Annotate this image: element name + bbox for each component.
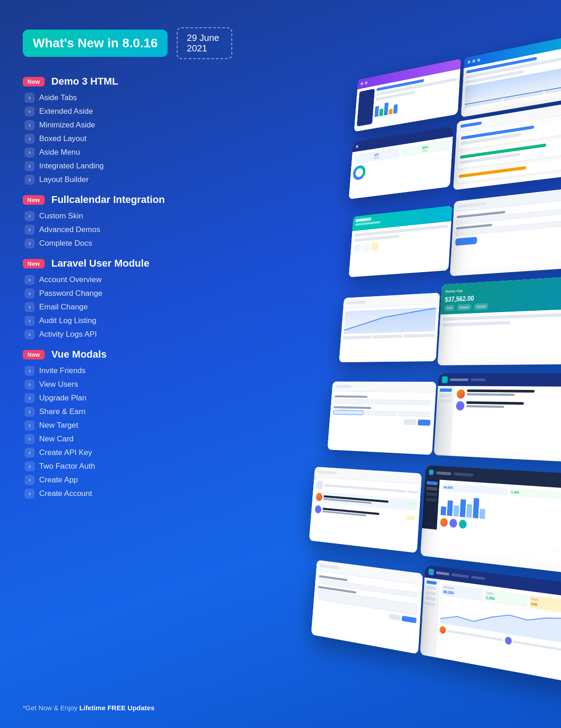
item-label: Create API Key — [39, 448, 92, 457]
logo-mini — [429, 470, 434, 475]
item-label: Upgrade Plan — [39, 394, 87, 403]
mock-title — [457, 202, 486, 208]
user-info — [466, 401, 561, 413]
item-label: Custom Skin — [39, 212, 83, 221]
user-info — [467, 389, 561, 400]
item-label: Minimized Aside — [39, 121, 95, 130]
list-item[interactable]: › Create App — [23, 475, 232, 485]
list-item[interactable]: › Layout Builder — [23, 175, 232, 185]
section-header-demo3: New Demo 3 HTML — [23, 76, 232, 87]
avatar — [440, 518, 448, 527]
chevron-icon: › — [25, 420, 35, 430]
list-item[interactable]: › Audit Log Listing — [23, 316, 232, 326]
mock-bar — [384, 102, 388, 116]
feature-icon — [362, 243, 370, 252]
section-laravel: New Laravel User Module › Account Overvi… — [23, 258, 232, 339]
new-badge-laravel: New — [23, 259, 45, 268]
list-item[interactable]: › Activity Logs API — [23, 329, 232, 339]
sidebar-item — [426, 486, 438, 490]
list-item[interactable]: › Share & Earn — [23, 407, 232, 417]
bar — [460, 499, 466, 517]
row-info — [322, 507, 405, 520]
chevron-icon: › — [25, 379, 35, 389]
list-item[interactable]: › Invite Friends — [23, 366, 232, 376]
mock-table-row — [343, 334, 435, 339]
list-item[interactable]: › Create Account — [23, 489, 232, 499]
submit-button — [455, 237, 477, 246]
mockup-4: 237 Tasks 85% Done — [349, 126, 454, 199]
bar — [447, 500, 453, 516]
list-item[interactable]: › Custom Skin — [23, 211, 232, 221]
th-name — [324, 484, 406, 493]
mockup-11-layout: $4,500 1,480 — [422, 479, 561, 544]
user-detail — [467, 393, 515, 396]
list-item[interactable]: › Password Change — [23, 288, 232, 298]
list-item[interactable]: › Two Factor Auth — [23, 461, 232, 471]
list-item[interactable]: › Create API Key — [23, 448, 232, 458]
chevron-icon: › — [25, 393, 35, 403]
item-label: Aside Tabs — [39, 93, 77, 102]
list-item[interactable]: › Account Overview — [23, 275, 232, 285]
version-badge: What's New in 8.0.16 — [23, 30, 168, 57]
list-item[interactable]: › Upgrade Plan — [23, 393, 232, 403]
mock-table-cell — [343, 335, 372, 339]
list-item[interactable]: › Email Change — [23, 302, 232, 312]
item-label: Create Account — [39, 489, 92, 498]
hero-title — [356, 217, 372, 222]
logo — [428, 569, 434, 576]
nav-label — [436, 471, 451, 475]
section-header-laravel: New Laravel User Module — [23, 258, 232, 269]
stat: Revenue $8,250 — [442, 583, 483, 601]
sidebar-item — [439, 394, 452, 397]
mock-title-bar — [460, 121, 482, 127]
bar — [473, 498, 479, 518]
list-item[interactable]: › Aside Menu — [23, 147, 232, 157]
list-item[interactable]: › Boxed Layout — [23, 134, 232, 144]
sidebar-item — [426, 591, 436, 596]
list-item[interactable]: › Extended Aside — [23, 106, 232, 116]
footer-text: *Get Now & Enjoy Lifetime FREE Updates — [23, 704, 154, 712]
nav-label — [454, 472, 473, 476]
content-area: What's New in 8.0.16 29 June 2021 New De… — [0, 0, 255, 728]
mockup-2 — [354, 59, 461, 132]
footer-bold: Lifetime FREE Updates — [79, 704, 154, 712]
row-badge — [406, 516, 415, 521]
new-badge-vuemodals: New — [23, 350, 45, 359]
mockup-12-body — [311, 477, 421, 530]
option — [398, 411, 431, 417]
submit-btn — [402, 616, 417, 623]
mockup-13-layout: Revenue $8,250 Users 2,450 Tasks 346 — [420, 577, 561, 683]
list-item[interactable]: › View Users — [23, 379, 232, 389]
mock-line — [459, 166, 526, 178]
mock-title — [347, 300, 366, 304]
app-name: Money App — [445, 288, 463, 293]
action-buttons — [332, 417, 430, 426]
feature-icon — [371, 242, 379, 251]
row-avatar — [316, 493, 322, 501]
item-label: Complete Docs — [39, 239, 92, 248]
chevron-icon: › — [25, 211, 35, 221]
nav — [452, 573, 469, 578]
sidebar-item — [439, 399, 451, 403]
sidebar-item — [425, 602, 436, 606]
avatar-mini — [505, 636, 511, 645]
list-item[interactable]: › New Card — [23, 434, 232, 444]
dot — [361, 82, 363, 85]
chevron-icon: › — [25, 407, 35, 417]
item-label: New Card — [39, 435, 74, 444]
list-item[interactable]: › Minimized Aside — [23, 120, 232, 130]
list-item[interactable]: › Aside Tabs — [23, 93, 232, 103]
modal-title — [320, 564, 339, 570]
footer-prefix: *Get Now & Enjoy — [23, 704, 79, 712]
item-label: Two Factor Auth — [39, 462, 95, 471]
item-label: Email Change — [39, 303, 88, 312]
list-item[interactable]: › Complete Docs — [23, 238, 232, 248]
chevron-icon: › — [25, 461, 35, 471]
user-name — [467, 389, 534, 393]
name-bar — [513, 640, 561, 652]
main-content: $4,500 1,480 — [437, 480, 561, 544]
list-item[interactable]: › Integrated Landing — [23, 161, 232, 171]
modal-title — [335, 385, 351, 388]
list-item[interactable]: › Advanced Demos — [23, 225, 232, 235]
list-item[interactable]: › New Target — [23, 420, 232, 430]
